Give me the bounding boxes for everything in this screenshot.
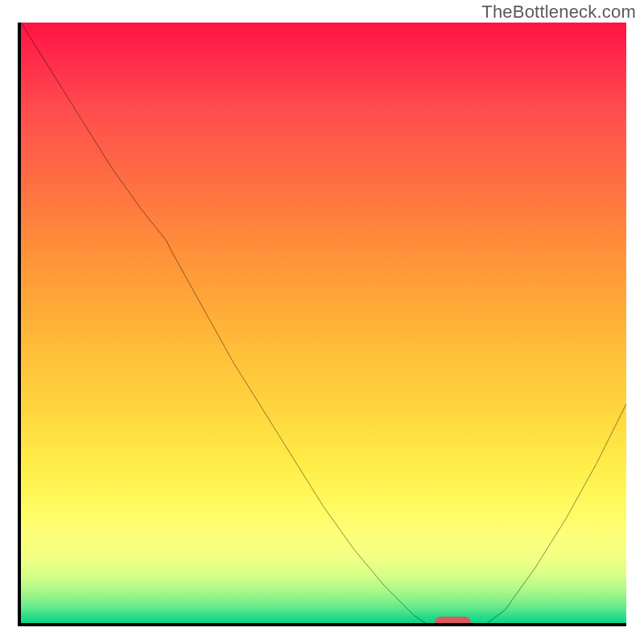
chart-canvas: TheBottleneck.com [0, 0, 644, 644]
bottleneck-curve [21, 23, 626, 626]
plot-area [18, 23, 626, 626]
watermark-text: TheBottleneck.com [481, 2, 636, 23]
